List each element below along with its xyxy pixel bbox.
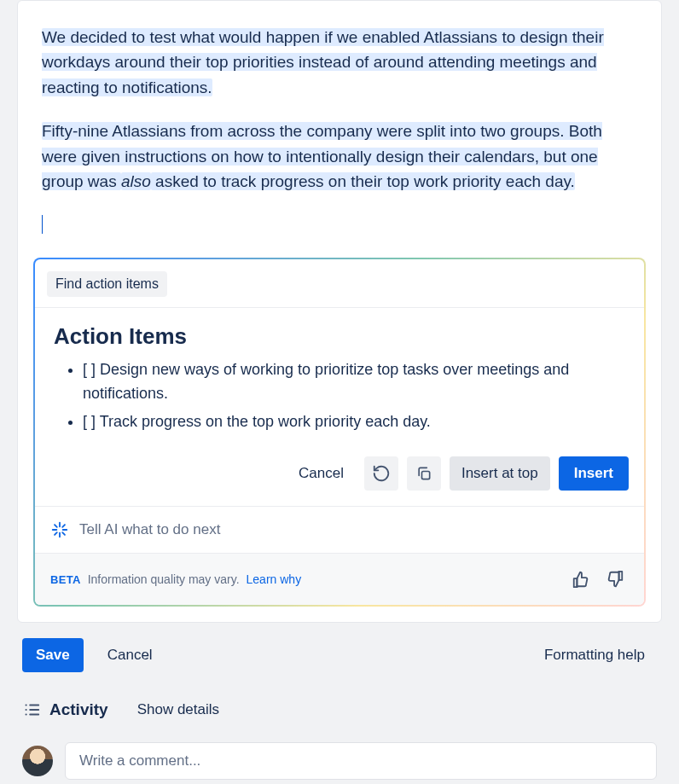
action-item: [ ] Design new ways of working to priori… <box>83 358 625 406</box>
save-button[interactable]: Save <box>22 638 84 672</box>
ai-panel: Find action items Action Items [ ] Desig… <box>33 258 646 607</box>
document-text[interactable]: We decided to test what would happen if … <box>42 25 637 246</box>
ai-result-body: Action Items [ ] Design new ways of work… <box>35 308 644 445</box>
atlassian-ai-icon <box>50 520 69 539</box>
doc-paragraph-2b: asked to track progress on their top wor… <box>151 172 575 190</box>
thumbs-up-icon <box>572 570 590 589</box>
ai-prompt-input[interactable] <box>79 521 629 538</box>
beta-badge: BETA <box>50 573 81 586</box>
activity-icon <box>22 700 41 719</box>
retry-button[interactable] <box>364 456 398 491</box>
svg-point-9 <box>25 705 26 706</box>
svg-line-6 <box>62 533 65 536</box>
svg-line-7 <box>55 533 57 536</box>
svg-rect-0 <box>421 472 429 479</box>
thumbs-up-button[interactable] <box>567 566 595 593</box>
copy-icon <box>415 465 432 482</box>
thumbs-down-icon <box>606 570 624 589</box>
insert-button[interactable]: Insert <box>559 456 629 491</box>
editor-cancel-button[interactable]: Cancel <box>96 638 165 672</box>
cancel-button[interactable]: Cancel <box>287 456 356 491</box>
ai-footer: BETA Information quality may vary. Learn… <box>35 553 644 605</box>
ai-actions-row: Cancel Insert at top Insert <box>35 444 644 506</box>
show-details-button[interactable]: Show details <box>125 693 231 727</box>
ai-result-heading: Action Items <box>54 323 625 350</box>
activity-title: Activity <box>49 700 108 719</box>
retry-icon <box>372 464 391 483</box>
comment-input[interactable] <box>65 742 657 780</box>
quality-text: Information quality may vary. <box>88 572 240 586</box>
doc-paragraph-1: We decided to test what would happen if … <box>42 28 604 96</box>
comment-row <box>17 727 662 780</box>
insert-at-top-button[interactable]: Insert at top <box>450 456 550 491</box>
text-cursor <box>42 215 43 234</box>
learn-why-link[interactable]: Learn why <box>247 572 302 586</box>
ai-operation-chip[interactable]: Find action items <box>47 271 167 297</box>
action-item: [ ] Track progress on the top work prior… <box>83 410 625 434</box>
svg-point-10 <box>25 709 26 711</box>
avatar[interactable] <box>22 746 53 776</box>
thumbs-down-button[interactable] <box>601 566 629 593</box>
svg-line-8 <box>62 525 65 527</box>
svg-point-11 <box>25 714 26 716</box>
editor-footer-row: Save Cancel Formatting help <box>17 623 662 672</box>
formatting-help-button[interactable]: Formatting help <box>532 638 657 672</box>
ai-prompt-row <box>35 506 644 553</box>
svg-line-5 <box>55 525 57 527</box>
activity-header: Activity Show details <box>17 672 662 727</box>
doc-paragraph-2-em: also <box>121 172 151 190</box>
ai-panel-header: Find action items <box>35 259 644 308</box>
copy-button[interactable] <box>407 456 441 491</box>
editor-card: We decided to test what would happen if … <box>17 0 662 623</box>
